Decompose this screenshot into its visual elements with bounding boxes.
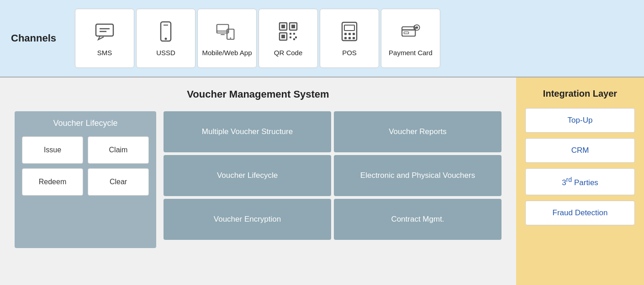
svg-rect-30 [402,26,415,36]
ussd-icon [155,21,177,45]
svg-rect-23 [344,25,354,31]
vms-cell-voucher-reports: Voucher Reports [334,111,501,152]
svg-rect-14 [291,25,295,28]
vms-section: Voucher Management System Voucher Lifecy… [0,78,516,285]
integration-btn-3rd-parties[interactable]: 3rd Parties [525,168,635,195]
svg-rect-19 [290,36,291,38]
mobile-web-icon [216,21,238,45]
integration-section: Integration Layer Top-Up CRM 3rd Parties… [516,78,644,285]
integration-title: Integration Layer [525,88,635,99]
svg-rect-32 [404,31,408,33]
lifecycle-btn-claim[interactable]: Claim [88,136,149,164]
channel-sms-label: SMS [97,49,112,57]
channel-payment-card-label: Payment Card [389,49,433,57]
svg-rect-20 [293,38,295,40]
channels-section: Channels SMS USSD [0,0,644,78]
channel-sms: SMS [75,9,134,68]
svg-rect-29 [353,37,355,39]
lifecycle-box-title: Voucher Lifecycle [53,119,117,128]
svg-point-34 [416,26,418,28]
pos-icon [338,21,360,45]
svg-rect-26 [353,33,355,35]
vms-cell-electronic-physical: Electronic and Physical Vouchers [334,155,501,196]
svg-point-10 [230,37,231,39]
payment-card-icon [400,21,422,45]
vms-title: Voucher Management System [15,88,501,100]
integration-btn-3rd-parties-label: 3rd Parties [562,178,598,187]
channels-grid: SMS USSD [75,9,440,68]
lifecycle-box: Voucher Lifecycle Issue Claim Redeem Cle… [15,111,156,248]
vms-cell-multiple-voucher-structure: Multiple Voucher Structure [164,111,331,152]
vms-cell-voucher-lifecycle: Voucher Lifecycle [164,155,331,196]
svg-rect-24 [344,33,347,35]
sms-icon [94,21,116,45]
svg-rect-17 [290,33,291,35]
integration-btn-crm[interactable]: CRM [525,138,635,163]
channels-label: Channels [11,32,70,44]
channel-mobile-web: Mobile/Web App [197,9,257,68]
svg-rect-25 [348,33,351,35]
integration-btn-topup[interactable]: Top-Up [525,108,635,133]
lifecycle-btn-issue[interactable]: Issue [22,136,83,164]
channel-qr-code-label: QR Code [274,49,303,57]
vms-cell-voucher-encryption: Voucher Encryption [164,199,331,240]
vms-cell-contract-mgmt: Contract Mgmt. [334,199,501,240]
qr-code-icon [277,21,299,45]
svg-rect-16 [281,35,285,38]
svg-rect-12 [281,25,285,28]
svg-rect-21 [295,36,297,38]
svg-point-5 [165,37,167,40]
channel-ussd: USSD [136,9,195,68]
svg-rect-18 [293,33,295,35]
svg-rect-0 [96,24,113,36]
integration-btn-fraud-detection[interactable]: Fraud Detection [525,201,635,225]
lifecycle-btn-clear[interactable]: Clear [88,168,149,196]
channel-pos-label: POS [342,49,357,57]
channel-ussd-label: USSD [156,49,175,57]
lifecycle-buttons: Issue Claim Redeem Clear [22,136,149,196]
channel-mobile-web-label: Mobile/Web App [202,49,252,57]
vms-content: Voucher Lifecycle Issue Claim Redeem Cle… [15,111,501,248]
channel-pos: POS [320,9,379,68]
channel-payment-card: Payment Card [381,9,440,68]
svg-rect-28 [348,37,351,39]
bottom-section: Voucher Management System Voucher Lifecy… [0,78,644,285]
svg-rect-27 [344,37,347,39]
lifecycle-btn-redeem[interactable]: Redeem [22,168,83,196]
channel-qr-code: QR Code [259,9,318,68]
vms-right-grid: Multiple Voucher Structure Voucher Repor… [164,111,501,240]
